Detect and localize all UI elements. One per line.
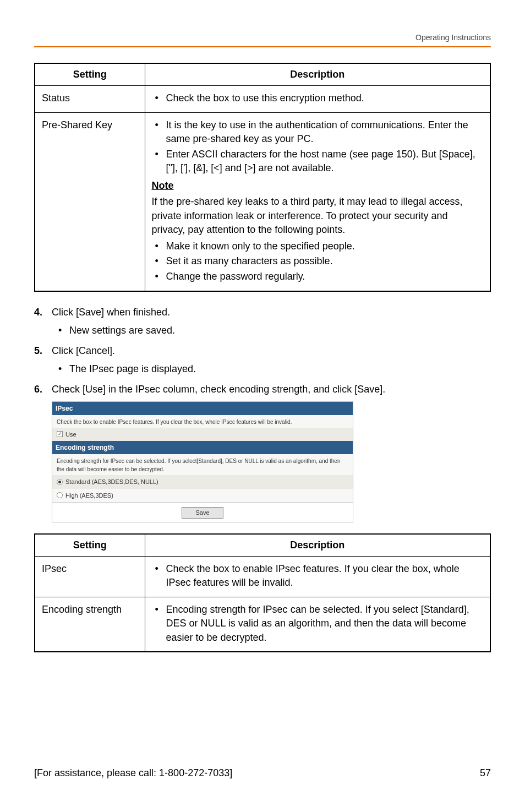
panel-opt-high[interactable]: High (AES,3DES) bbox=[52, 489, 353, 503]
step-text: Check [Use] in the IPsec column, check e… bbox=[52, 382, 491, 397]
cell-desc-ipsec: Check the box to enable IPsec features. … bbox=[145, 556, 490, 597]
cell-setting-enc: Encoding strength bbox=[35, 597, 145, 652]
step-number: 6. bbox=[34, 382, 52, 397]
settings-table-2: Setting Description IPsec Check the box … bbox=[34, 533, 491, 653]
footer-assist: [For assistance, please call: 1-800-272-… bbox=[34, 767, 232, 779]
radio-high-icon[interactable] bbox=[57, 492, 63, 498]
table-row: Pre-Shared Key It is the key to use in t… bbox=[35, 112, 490, 291]
cell-setting-status: Status bbox=[35, 86, 145, 113]
bullet: Check the box to enable IPsec features. … bbox=[152, 562, 484, 590]
th-description: Description bbox=[145, 534, 490, 557]
bullet: It is the key to use in the authenticati… bbox=[152, 118, 484, 146]
cell-setting-psk: Pre-Shared Key bbox=[35, 112, 145, 291]
header-rule bbox=[34, 46, 491, 47]
table-row: Status Check the box to use this encrypt… bbox=[35, 86, 490, 113]
step-sub: New settings are saved. bbox=[56, 323, 491, 338]
step-text: Click [Save] when finished. bbox=[52, 305, 491, 320]
page-footer: [For assistance, please call: 1-800-272-… bbox=[0, 767, 525, 779]
panel-ipsec-desc: Check the box to enable IPsec features. … bbox=[52, 415, 353, 428]
panel-use-row[interactable]: Use bbox=[52, 428, 353, 442]
panel-header-ipsec: IPsec bbox=[52, 402, 353, 415]
panel-opt-standard[interactable]: Standard (AES,3DES,DES, NULL) bbox=[52, 475, 353, 489]
th-setting: Setting bbox=[35, 63, 145, 86]
th-description: Description bbox=[145, 63, 490, 86]
footer-page-number: 57 bbox=[480, 767, 491, 779]
step-number: 4. bbox=[34, 305, 52, 320]
step-text: Click [Cancel]. bbox=[52, 344, 491, 358]
step-4: 4. Click [Save] when finished. bbox=[34, 305, 491, 320]
panel-header-encoding: Encoding strength bbox=[52, 441, 353, 454]
panel-enc-desc: Encoding strength for IPsec can be selec… bbox=[52, 454, 353, 475]
bullet: Change the password regularly. bbox=[152, 270, 484, 284]
ipsec-panel-screenshot: IPsec Check the box to enable IPsec feat… bbox=[52, 401, 353, 522]
header-title: Operating Instructions bbox=[34, 33, 491, 42]
cell-desc-enc: Encoding strength for IPsec can be selec… bbox=[145, 597, 490, 652]
cell-desc-status: Check the box to use this encryption met… bbox=[145, 86, 490, 113]
cell-desc-psk: It is the key to use in the authenticati… bbox=[145, 112, 490, 291]
cell-setting-ipsec: IPsec bbox=[35, 556, 145, 597]
radio-standard-icon[interactable] bbox=[57, 479, 63, 485]
panel-opt-standard-label: Standard (AES,3DES,DES, NULL) bbox=[65, 477, 158, 487]
step-number: 5. bbox=[34, 344, 52, 358]
bullet: Make it known only to the specified peop… bbox=[152, 239, 484, 254]
panel-save-bar: Save bbox=[52, 502, 353, 522]
save-button[interactable]: Save bbox=[182, 507, 223, 519]
settings-table-1: Setting Description Status Check the box… bbox=[34, 63, 491, 292]
note-paragraph: If the pre-shared key leaks to a third p… bbox=[152, 195, 484, 237]
bullet: Check the box to use this encryption met… bbox=[152, 91, 484, 106]
panel-use-label: Use bbox=[65, 430, 76, 439]
table-row: Encoding strength Encoding strength for … bbox=[35, 597, 490, 652]
bullet: Encoding strength for IPsec can be selec… bbox=[152, 603, 484, 645]
bullet: Set it as many characters as possible. bbox=[152, 254, 484, 269]
step-sub: The IPsec page is displayed. bbox=[56, 362, 491, 377]
table-row: IPsec Check the box to enable IPsec feat… bbox=[35, 556, 490, 597]
th-setting: Setting bbox=[35, 534, 145, 557]
step-5: 5. Click [Cancel]. bbox=[34, 344, 491, 358]
step-6: 6. Check [Use] in the IPsec column, chec… bbox=[34, 382, 491, 397]
note-heading: Note bbox=[152, 179, 484, 193]
panel-opt-high-label: High (AES,3DES) bbox=[65, 491, 113, 500]
steps-list: 4. Click [Save] when finished. New setti… bbox=[34, 305, 491, 522]
checkbox-use-icon[interactable] bbox=[57, 431, 63, 437]
bullet: Enter ASCII characters for the host name… bbox=[152, 148, 484, 176]
